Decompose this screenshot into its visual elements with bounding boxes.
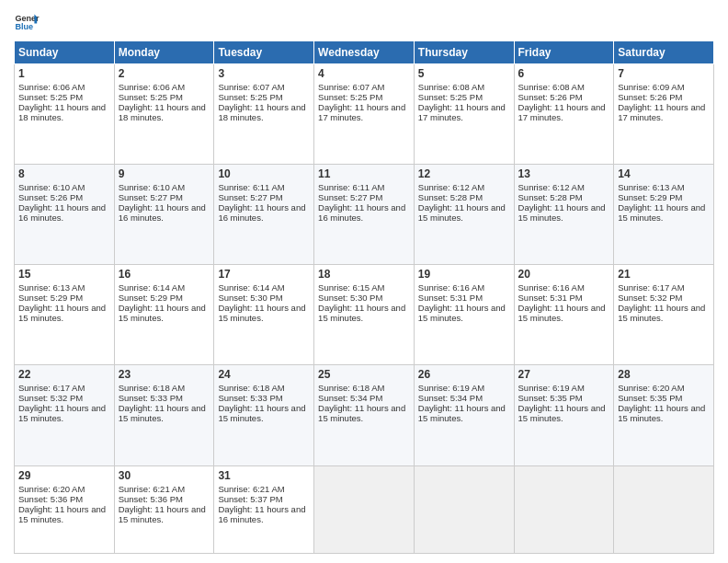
day-number: 22 bbox=[18, 368, 110, 381]
logo-icon: General Blue bbox=[14, 9, 40, 35]
sunset: Sunset: 5:31 PM bbox=[418, 293, 483, 303]
sunset: Sunset: 5:25 PM bbox=[119, 92, 183, 102]
sunrise: Sunrise: 6:18 AM bbox=[318, 383, 384, 393]
day-number: 19 bbox=[418, 268, 510, 281]
sunrise: Sunrise: 6:17 AM bbox=[18, 383, 85, 393]
sunrise: Sunrise: 6:15 AM bbox=[318, 282, 384, 293]
sunrise: Sunrise: 6:19 AM bbox=[418, 383, 484, 393]
day-number: 4 bbox=[318, 67, 410, 80]
sunset: Sunset: 5:28 PM bbox=[418, 192, 483, 202]
day-header-friday: Friday bbox=[514, 41, 614, 64]
sunset: Sunset: 5:36 PM bbox=[119, 494, 183, 504]
sunrise: Sunrise: 6:08 AM bbox=[418, 82, 484, 92]
calendar-cell: 31Sunrise: 6:21 AMSunset: 5:37 PMDayligh… bbox=[214, 465, 314, 554]
calendar-cell: 3Sunrise: 6:07 AMSunset: 5:25 PMDaylight… bbox=[214, 64, 314, 165]
calendar-cell: 25Sunrise: 6:18 AMSunset: 5:34 PMDayligh… bbox=[314, 365, 415, 465]
daylight: Daylight: 11 hours and 15 minutes. bbox=[418, 303, 506, 323]
day-number: 24 bbox=[218, 368, 310, 381]
daylight: Daylight: 11 hours and 17 minutes. bbox=[418, 102, 506, 122]
day-number: 15 bbox=[18, 268, 110, 281]
day-header-thursday: Thursday bbox=[414, 41, 514, 64]
calendar-cell: 23Sunrise: 6:18 AMSunset: 5:33 PMDayligh… bbox=[114, 365, 214, 465]
svg-text:Blue: Blue bbox=[15, 22, 33, 31]
calendar-cell: 26Sunrise: 6:19 AMSunset: 5:34 PMDayligh… bbox=[414, 365, 514, 465]
day-number: 29 bbox=[18, 469, 110, 482]
day-number: 12 bbox=[418, 167, 510, 180]
sunset: Sunset: 5:29 PM bbox=[618, 192, 682, 202]
calendar-cell: 12Sunrise: 6:12 AMSunset: 5:28 PMDayligh… bbox=[414, 165, 514, 265]
sunset: Sunset: 5:30 PM bbox=[218, 293, 282, 303]
calendar-cell bbox=[514, 465, 614, 554]
sunset: Sunset: 5:34 PM bbox=[418, 393, 483, 403]
day-number: 30 bbox=[119, 469, 210, 482]
daylight: Daylight: 11 hours and 16 minutes. bbox=[218, 202, 305, 223]
daylight: Daylight: 11 hours and 18 minutes. bbox=[18, 102, 106, 122]
sunset: Sunset: 5:27 PM bbox=[119, 192, 183, 202]
day-number: 8 bbox=[18, 167, 110, 180]
sunset: Sunset: 5:33 PM bbox=[119, 393, 183, 403]
daylight: Daylight: 11 hours and 17 minutes. bbox=[518, 102, 606, 122]
sunrise: Sunrise: 6:20 AM bbox=[618, 383, 684, 393]
sunrise: Sunrise: 6:13 AM bbox=[618, 182, 684, 192]
sunset: Sunset: 5:25 PM bbox=[318, 92, 382, 102]
sunrise: Sunrise: 6:11 AM bbox=[318, 182, 384, 192]
calendar-cell: 8Sunrise: 6:10 AMSunset: 5:26 PMDaylight… bbox=[15, 165, 115, 265]
sunset: Sunset: 5:27 PM bbox=[218, 192, 282, 202]
sunset: Sunset: 5:26 PM bbox=[18, 192, 83, 202]
day-number: 6 bbox=[518, 67, 610, 80]
calendar-cell: 21Sunrise: 6:17 AMSunset: 5:32 PMDayligh… bbox=[614, 265, 714, 365]
calendar-cell: 11Sunrise: 6:11 AMSunset: 5:27 PMDayligh… bbox=[314, 165, 415, 265]
sunset: Sunset: 5:37 PM bbox=[218, 494, 282, 504]
calendar-cell: 6Sunrise: 6:08 AMSunset: 5:26 PMDaylight… bbox=[514, 64, 614, 165]
day-number: 28 bbox=[618, 368, 710, 381]
sunset: Sunset: 5:35 PM bbox=[618, 393, 682, 403]
calendar-cell: 30Sunrise: 6:21 AMSunset: 5:36 PMDayligh… bbox=[114, 465, 214, 554]
sunrise: Sunrise: 6:09 AM bbox=[618, 82, 684, 92]
sunrise: Sunrise: 6:10 AM bbox=[119, 182, 185, 192]
calendar-cell: 15Sunrise: 6:13 AMSunset: 5:29 PMDayligh… bbox=[15, 265, 115, 365]
calendar-cell: 16Sunrise: 6:14 AMSunset: 5:29 PMDayligh… bbox=[114, 265, 214, 365]
day-number: 14 bbox=[618, 167, 710, 180]
daylight: Daylight: 11 hours and 15 minutes. bbox=[18, 303, 106, 323]
daylight: Daylight: 11 hours and 15 minutes. bbox=[518, 202, 606, 223]
calendar-cell: 17Sunrise: 6:14 AMSunset: 5:30 PMDayligh… bbox=[214, 265, 314, 365]
daylight: Daylight: 11 hours and 15 minutes. bbox=[618, 303, 705, 323]
header: General Blue bbox=[14, 9, 714, 35]
calendar-cell: 1Sunrise: 6:06 AMSunset: 5:25 PMDaylight… bbox=[15, 64, 115, 165]
daylight: Daylight: 11 hours and 15 minutes. bbox=[618, 202, 705, 223]
day-header-tuesday: Tuesday bbox=[214, 41, 314, 64]
daylight: Daylight: 11 hours and 16 minutes. bbox=[18, 202, 106, 223]
sunrise: Sunrise: 6:07 AM bbox=[318, 82, 384, 92]
sunrise: Sunrise: 6:21 AM bbox=[218, 484, 284, 494]
daylight: Daylight: 11 hours and 15 minutes. bbox=[18, 403, 106, 423]
calendar-cell: 29Sunrise: 6:20 AMSunset: 5:36 PMDayligh… bbox=[15, 465, 115, 554]
day-number: 23 bbox=[119, 368, 210, 381]
daylight: Daylight: 11 hours and 16 minutes. bbox=[218, 504, 305, 524]
sunrise: Sunrise: 6:16 AM bbox=[418, 282, 484, 293]
sunset: Sunset: 5:31 PM bbox=[518, 293, 583, 303]
day-header-wednesday: Wednesday bbox=[314, 41, 415, 64]
sunset: Sunset: 5:26 PM bbox=[618, 92, 682, 102]
day-number: 3 bbox=[218, 67, 310, 80]
day-number: 20 bbox=[518, 268, 610, 281]
daylight: Daylight: 11 hours and 15 minutes. bbox=[18, 504, 106, 524]
day-number: 27 bbox=[518, 368, 610, 381]
calendar-cell: 9Sunrise: 6:10 AMSunset: 5:27 PMDaylight… bbox=[114, 165, 214, 265]
sunrise: Sunrise: 6:13 AM bbox=[18, 282, 85, 293]
day-number: 26 bbox=[418, 368, 510, 381]
sunrise: Sunrise: 6:18 AM bbox=[119, 383, 185, 393]
day-number: 1 bbox=[18, 67, 110, 80]
sunset: Sunset: 5:32 PM bbox=[18, 393, 83, 403]
sunset: Sunset: 5:29 PM bbox=[119, 293, 183, 303]
sunset: Sunset: 5:34 PM bbox=[318, 393, 382, 403]
daylight: Daylight: 11 hours and 18 minutes. bbox=[119, 102, 206, 122]
sunset: Sunset: 5:32 PM bbox=[618, 293, 682, 303]
day-number: 11 bbox=[318, 167, 410, 180]
calendar-cell: 18Sunrise: 6:15 AMSunset: 5:30 PMDayligh… bbox=[314, 265, 415, 365]
page: General Blue SundayMondayTuesdayWednesda… bbox=[0, 0, 728, 563]
day-number: 10 bbox=[218, 167, 310, 180]
calendar-cell: 13Sunrise: 6:12 AMSunset: 5:28 PMDayligh… bbox=[514, 165, 614, 265]
calendar-cell: 10Sunrise: 6:11 AMSunset: 5:27 PMDayligh… bbox=[214, 165, 314, 265]
sunset: Sunset: 5:28 PM bbox=[518, 192, 583, 202]
calendar-cell bbox=[414, 465, 514, 554]
